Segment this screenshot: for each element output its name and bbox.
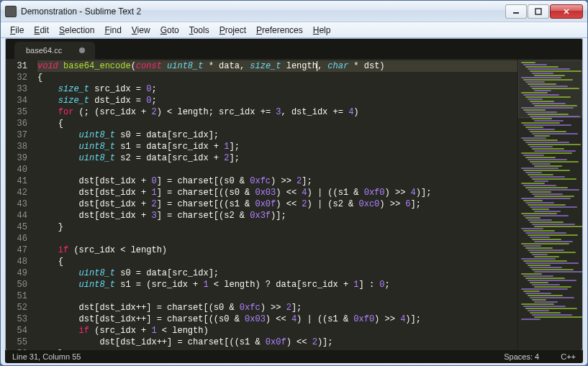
line-number[interactable]: 49 <box>6 267 27 279</box>
editor-area: base64.cc 313233343536373839404142434445… <box>5 38 583 351</box>
line-number[interactable]: 53 <box>6 314 27 325</box>
code-line[interactable]: dst[dst_idx++] = charset[((s0 & 0x03) <<… <box>37 314 517 325</box>
line-number[interactable]: 44 <box>6 210 27 221</box>
code-line[interactable]: uint8_t s1 = (src_idx + 1 < length) ? da… <box>37 279 517 290</box>
menu-file[interactable]: File <box>5 24 29 37</box>
line-number[interactable]: 39 <box>6 152 27 164</box>
minimap-line <box>532 209 549 210</box>
minimap[interactable] <box>517 59 582 350</box>
minimap-line <box>528 68 570 70</box>
menu-find[interactable]: Find <box>99 24 126 37</box>
minimap-line <box>521 122 560 124</box>
menu-project[interactable]: Project <box>214 24 251 37</box>
status-spaces[interactable]: Spaces: 4 <box>504 352 539 361</box>
status-syntax[interactable]: C++ <box>561 352 576 361</box>
status-position[interactable]: Line 31, Column 55 <box>12 352 482 361</box>
code-line[interactable] <box>37 233 517 244</box>
line-number[interactable]: 35 <box>6 106 27 118</box>
minimap-line <box>528 250 564 251</box>
minimap-line <box>521 107 574 109</box>
code-line[interactable]: uint8_t s2 = data[src_idx + 2]; <box>37 152 517 164</box>
line-number[interactable]: 41 <box>6 175 27 187</box>
minimap-line <box>521 303 554 305</box>
line-number[interactable]: 37 <box>6 129 27 141</box>
line-number[interactable]: 31 <box>6 60 27 72</box>
minimap-line <box>528 265 551 266</box>
minimap-line <box>525 202 554 203</box>
minimap-line <box>530 312 561 314</box>
minimap-line <box>521 62 535 63</box>
line-number[interactable]: 48 <box>6 256 27 267</box>
minimap-line <box>525 81 545 83</box>
code-line[interactable]: dst[dst_idx++] = charset[(s0 & 0xfc) >> … <box>37 302 517 314</box>
menu-preferences[interactable]: Preferences <box>251 24 308 37</box>
line-number[interactable]: 36 <box>6 118 27 129</box>
minimap-line <box>532 254 548 255</box>
code-line[interactable]: dst[dst_idx++] = charset[((s1 & 0x0f) <<… <box>37 337 517 348</box>
minimap-line <box>532 224 575 225</box>
code-line[interactable]: dst[dst_idx + 0] = charset[(s0 & 0xfc) >… <box>37 175 517 187</box>
code-line[interactable]: uint8_t s0 = data[src_idx]; <box>37 267 517 279</box>
code-line[interactable]: { <box>37 256 517 267</box>
minimap-line <box>530 70 582 72</box>
minimap-line <box>525 127 543 128</box>
line-number[interactable]: 32 <box>6 72 27 83</box>
code-line[interactable]: uint8_t s0 = data[src_idx]; <box>37 129 517 141</box>
line-number[interactable]: 47 <box>6 244 27 256</box>
minimap-line <box>528 129 555 130</box>
code-line[interactable] <box>37 290 517 302</box>
minimap-line <box>534 120 564 122</box>
tab-bar: base64.cc <box>6 39 582 59</box>
minimap-content <box>521 62 579 321</box>
code-line[interactable]: void base64_encode(const uint8_t * data,… <box>37 60 517 72</box>
tab-base64[interactable]: base64.cc <box>14 42 95 59</box>
menu-help[interactable]: Help <box>308 24 336 37</box>
code-line[interactable]: { <box>37 118 517 129</box>
line-number[interactable]: 45 <box>6 221 27 233</box>
menu-selection[interactable]: Selection <box>54 24 99 37</box>
line-number[interactable]: 43 <box>6 198 27 210</box>
line-number[interactable]: 51 <box>6 290 27 302</box>
code-line[interactable]: { <box>37 72 517 83</box>
code-line[interactable]: for (; (src_idx + 2) < length; src_idx +… <box>37 106 517 118</box>
code-line[interactable] <box>37 164 517 175</box>
code-line[interactable]: size_t src_idx = 0; <box>37 83 517 95</box>
line-number[interactable]: 42 <box>6 187 27 198</box>
line-number[interactable]: 50 <box>6 279 27 290</box>
menu-edit[interactable]: Edit <box>29 24 54 37</box>
maximize-button[interactable] <box>528 4 549 19</box>
minimap-line <box>525 157 556 158</box>
gutter[interactable]: 3132333435363738394041424344454647484950… <box>6 59 33 350</box>
code-line[interactable]: if (src_idx + 1 < length) <box>37 325 517 337</box>
line-number[interactable]: 34 <box>6 95 27 106</box>
line-number[interactable]: 46 <box>6 233 27 244</box>
minimap-line <box>534 241 573 242</box>
menu-view[interactable]: View <box>127 24 155 37</box>
line-number[interactable]: 52 <box>6 302 27 314</box>
minimap-line <box>525 232 566 234</box>
code-line[interactable]: dst[dst_idx + 1] = charset[((s0 & 0x03) … <box>37 187 517 198</box>
minimap-line <box>530 191 551 193</box>
code-line[interactable]: dst[dst_idx + 2] = charset[((s1 & 0x0f) … <box>37 198 517 210</box>
line-number[interactable]: 54 <box>6 325 27 337</box>
menu-tools[interactable]: Tools <box>184 24 214 37</box>
line-number[interactable]: 40 <box>6 164 27 175</box>
minimap-line <box>534 180 548 182</box>
code-line[interactable]: size_t dst_idx = 0; <box>37 95 517 106</box>
minimize-button[interactable] <box>505 4 527 19</box>
line-number[interactable]: 38 <box>6 141 27 152</box>
close-button[interactable] <box>550 4 583 19</box>
code-editor[interactable]: void base64_encode(const uint8_t * data,… <box>33 59 517 350</box>
minimap-line <box>532 269 574 270</box>
code-line[interactable]: dst[dst_idx + 3] = charset[(s2 & 0x3f)]; <box>37 210 517 221</box>
minimap-line <box>521 137 546 139</box>
code-line[interactable]: } <box>37 221 517 233</box>
menu-goto[interactable]: Goto <box>155 24 184 37</box>
minimap-line <box>521 213 557 214</box>
line-number[interactable]: 33 <box>6 83 27 95</box>
line-number[interactable]: 55 <box>6 337 27 348</box>
titlebar[interactable]: Demonstration - Sublime Text 2 <box>1 1 587 22</box>
minimap-line <box>528 114 569 115</box>
code-line[interactable]: if (src_idx < length) <box>37 244 517 256</box>
code-line[interactable]: uint8_t s1 = data[src_idx + 1]; <box>37 141 517 152</box>
